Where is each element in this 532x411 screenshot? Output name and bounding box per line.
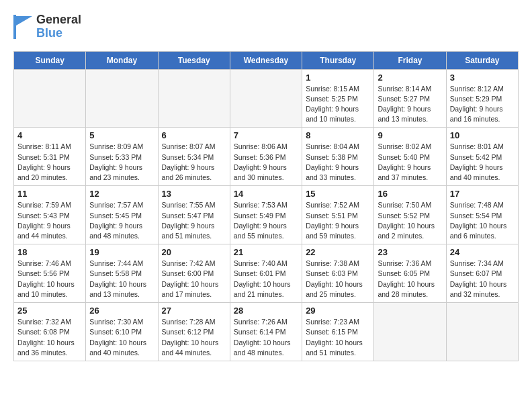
svg-rect-0 [13, 15, 16, 39]
calendar-cell: 11Sunrise: 7:59 AM Sunset: 5:43 PM Dayli… [14, 186, 86, 244]
day-number: 17 [450, 189, 515, 199]
calendar-cell: 29Sunrise: 7:23 AM Sunset: 6:15 PM Dayli… [302, 303, 374, 361]
calendar-week-3: 11Sunrise: 7:59 AM Sunset: 5:43 PM Dayli… [14, 186, 519, 244]
day-number: 11 [17, 189, 82, 199]
day-number: 27 [162, 306, 226, 316]
calendar-cell: 27Sunrise: 7:28 AM Sunset: 6:12 PM Dayli… [158, 303, 230, 361]
day-info: Sunrise: 7:36 AM Sunset: 6:05 PM Dayligh… [378, 259, 442, 300]
day-number: 29 [306, 306, 370, 316]
day-info: Sunrise: 7:34 AM Sunset: 6:07 PM Dayligh… [450, 259, 515, 300]
calendar-cell: 16Sunrise: 7:50 AM Sunset: 5:52 PM Dayli… [374, 186, 446, 244]
calendar-cell: 22Sunrise: 7:38 AM Sunset: 6:03 PM Dayli… [302, 244, 374, 303]
day-number: 28 [234, 306, 298, 316]
calendar-cell: 24Sunrise: 7:34 AM Sunset: 6:07 PM Dayli… [446, 244, 518, 303]
day-number: 19 [89, 247, 154, 257]
calendar-cell [374, 303, 446, 361]
weekday-header-friday: Friday [374, 51, 446, 69]
day-info: Sunrise: 8:12 AM Sunset: 5:29 PM Dayligh… [450, 84, 515, 125]
calendar-week-4: 18Sunrise: 7:46 AM Sunset: 5:56 PM Dayli… [14, 244, 519, 303]
calendar-cell: 13Sunrise: 7:55 AM Sunset: 5:47 PM Dayli… [158, 186, 230, 244]
day-info: Sunrise: 7:26 AM Sunset: 6:14 PM Dayligh… [234, 317, 298, 358]
day-number: 26 [89, 306, 154, 316]
day-number: 6 [162, 130, 226, 140]
calendar-cell: 21Sunrise: 7:40 AM Sunset: 6:01 PM Dayli… [230, 244, 302, 303]
calendar-cell [86, 69, 158, 128]
calendar-cell: 19Sunrise: 7:44 AM Sunset: 5:58 PM Dayli… [86, 244, 158, 303]
day-number: 2 [378, 73, 442, 83]
day-number: 8 [306, 130, 370, 140]
calendar-cell [446, 303, 518, 361]
day-info: Sunrise: 7:57 AM Sunset: 5:45 PM Dayligh… [89, 200, 154, 241]
day-info: Sunrise: 8:11 AM Sunset: 5:31 PM Dayligh… [17, 142, 82, 183]
day-number: 14 [234, 189, 298, 199]
day-info: Sunrise: 7:40 AM Sunset: 6:01 PM Dayligh… [234, 259, 298, 300]
logo-general-text: General [36, 13, 81, 27]
calendar-header-row: SundayMondayTuesdayWednesdayThursdayFrid… [14, 51, 519, 69]
day-number: 9 [378, 130, 442, 140]
day-info: Sunrise: 8:15 AM Sunset: 5:25 PM Dayligh… [306, 84, 370, 125]
calendar-cell: 5Sunrise: 8:09 AM Sunset: 5:33 PM Daylig… [86, 128, 158, 186]
calendar-cell: 20Sunrise: 7:42 AM Sunset: 6:00 PM Dayli… [158, 244, 230, 303]
day-info: Sunrise: 8:02 AM Sunset: 5:40 PM Dayligh… [378, 142, 442, 183]
calendar-cell: 8Sunrise: 8:04 AM Sunset: 5:38 PM Daylig… [302, 128, 374, 186]
calendar-cell: 9Sunrise: 8:02 AM Sunset: 5:40 PM Daylig… [374, 128, 446, 186]
day-info: Sunrise: 8:07 AM Sunset: 5:34 PM Dayligh… [162, 142, 226, 183]
day-number: 1 [306, 73, 370, 83]
day-info: Sunrise: 7:32 AM Sunset: 6:08 PM Dayligh… [17, 317, 82, 358]
calendar-cell [158, 69, 230, 128]
day-info: Sunrise: 7:52 AM Sunset: 5:51 PM Dayligh… [306, 200, 370, 241]
day-info: Sunrise: 7:46 AM Sunset: 5:56 PM Dayligh… [17, 259, 82, 300]
day-number: 10 [450, 130, 515, 140]
calendar-cell: 26Sunrise: 7:30 AM Sunset: 6:10 PM Dayli… [86, 303, 158, 361]
calendar-table: SundayMondayTuesdayWednesdayThursdayFrid… [13, 51, 519, 361]
day-info: Sunrise: 7:38 AM Sunset: 6:03 PM Dayligh… [306, 259, 370, 300]
logo-flag-icon [13, 15, 34, 39]
calendar-cell: 17Sunrise: 7:48 AM Sunset: 5:54 PM Dayli… [446, 186, 518, 244]
calendar-cell: 25Sunrise: 7:32 AM Sunset: 6:08 PM Dayli… [14, 303, 86, 361]
day-number: 24 [450, 247, 515, 257]
svg-marker-1 [16, 16, 32, 26]
calendar-cell: 1Sunrise: 8:15 AM Sunset: 5:25 PM Daylig… [302, 69, 374, 128]
calendar-cell: 6Sunrise: 8:07 AM Sunset: 5:34 PM Daylig… [158, 128, 230, 186]
calendar-cell: 4Sunrise: 8:11 AM Sunset: 5:31 PM Daylig… [14, 128, 86, 186]
day-number: 16 [378, 189, 442, 199]
day-info: Sunrise: 7:23 AM Sunset: 6:15 PM Dayligh… [306, 317, 370, 358]
day-number: 23 [378, 247, 442, 257]
day-info: Sunrise: 8:14 AM Sunset: 5:27 PM Dayligh… [378, 84, 442, 125]
day-number: 18 [17, 247, 82, 257]
day-number: 5 [89, 130, 154, 140]
day-info: Sunrise: 7:48 AM Sunset: 5:54 PM Dayligh… [450, 200, 515, 241]
weekday-header-wednesday: Wednesday [230, 51, 302, 69]
weekday-header-sunday: Sunday [14, 51, 86, 69]
calendar-week-2: 4Sunrise: 8:11 AM Sunset: 5:31 PM Daylig… [14, 128, 519, 186]
calendar-cell: 14Sunrise: 7:53 AM Sunset: 5:49 PM Dayli… [230, 186, 302, 244]
calendar-cell: 7Sunrise: 8:06 AM Sunset: 5:36 PM Daylig… [230, 128, 302, 186]
calendar-cell: 3Sunrise: 8:12 AM Sunset: 5:29 PM Daylig… [446, 69, 518, 128]
day-info: Sunrise: 7:59 AM Sunset: 5:43 PM Dayligh… [17, 200, 82, 241]
day-info: Sunrise: 8:09 AM Sunset: 5:33 PM Dayligh… [89, 142, 154, 183]
weekday-header-saturday: Saturday [446, 51, 518, 69]
day-info: Sunrise: 7:50 AM Sunset: 5:52 PM Dayligh… [378, 200, 442, 241]
day-info: Sunrise: 7:53 AM Sunset: 5:49 PM Dayligh… [234, 200, 298, 241]
weekday-header-monday: Monday [86, 51, 158, 69]
calendar-cell: 10Sunrise: 8:01 AM Sunset: 5:42 PM Dayli… [446, 128, 518, 186]
page-header: General Blue [13, 13, 519, 40]
day-number: 22 [306, 247, 370, 257]
calendar-cell [14, 69, 86, 128]
day-number: 7 [234, 130, 298, 140]
day-number: 15 [306, 189, 370, 199]
day-info: Sunrise: 7:28 AM Sunset: 6:12 PM Dayligh… [162, 317, 226, 358]
day-number: 21 [234, 247, 298, 257]
day-number: 13 [162, 189, 226, 199]
day-info: Sunrise: 7:42 AM Sunset: 6:00 PM Dayligh… [162, 259, 226, 300]
calendar-cell: 18Sunrise: 7:46 AM Sunset: 5:56 PM Dayli… [14, 244, 86, 303]
day-info: Sunrise: 7:30 AM Sunset: 6:10 PM Dayligh… [89, 317, 154, 358]
calendar-cell: 15Sunrise: 7:52 AM Sunset: 5:51 PM Dayli… [302, 186, 374, 244]
calendar-week-5: 25Sunrise: 7:32 AM Sunset: 6:08 PM Dayli… [14, 303, 519, 361]
day-number: 20 [162, 247, 226, 257]
day-number: 4 [17, 130, 82, 140]
day-number: 25 [17, 306, 82, 316]
day-info: Sunrise: 8:06 AM Sunset: 5:36 PM Dayligh… [234, 142, 298, 183]
weekday-header-thursday: Thursday [302, 51, 374, 69]
day-info: Sunrise: 7:55 AM Sunset: 5:47 PM Dayligh… [162, 200, 226, 241]
